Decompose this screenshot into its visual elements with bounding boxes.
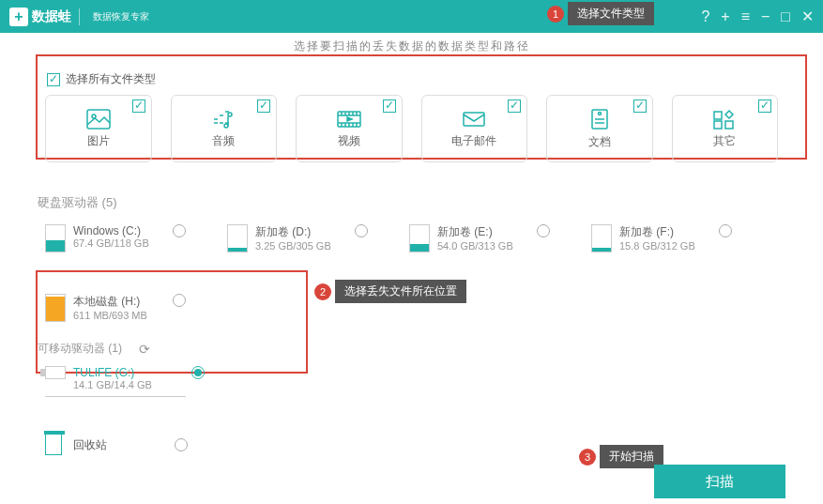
svg-point-7 xyxy=(598,112,601,115)
minimize-icon[interactable]: − xyxy=(761,8,770,25)
drive-h-radio[interactable] xyxy=(173,294,186,307)
trash-icon xyxy=(45,435,62,455)
type-email-label: 电子邮件 xyxy=(451,133,496,149)
hint-2-label: 选择丢失文件所在位置 xyxy=(335,280,466,303)
drive-f-cap: 15.8 GB/312 GB xyxy=(619,240,695,252)
type-document-checkbox[interactable] xyxy=(633,99,647,113)
divider xyxy=(45,396,186,397)
type-image[interactable]: 图片 xyxy=(45,95,152,162)
type-document-label: 文档 xyxy=(588,134,611,150)
other-icon xyxy=(712,109,737,130)
svg-rect-5 xyxy=(464,113,484,126)
help-icon[interactable]: ? xyxy=(701,8,709,25)
drive-h-cap: 611 MB/693 MB xyxy=(73,310,147,321)
drive-icon xyxy=(45,294,66,322)
drive-d-name: 新加卷 (D:) xyxy=(255,224,331,240)
type-email-checkbox[interactable] xyxy=(508,99,521,113)
titlebar-controls: ? + ≡ − □ ✕ xyxy=(701,8,814,25)
drive-c-radio[interactable] xyxy=(173,224,186,237)
divider xyxy=(79,8,80,25)
maximize-icon[interactable]: □ xyxy=(781,8,790,25)
removable-section-title: 可移动驱动器 (1) xyxy=(38,341,122,357)
svg-rect-10 xyxy=(725,121,733,129)
logo-icon: + xyxy=(9,8,28,26)
drive-icon xyxy=(591,224,612,252)
type-video-label: 视频 xyxy=(338,133,360,149)
drive-d[interactable]: 新加卷 (D:) 3.25 GB/305 GB xyxy=(227,224,368,252)
hint-badge: 1 xyxy=(547,6,564,23)
usb-icon xyxy=(45,366,66,379)
drive-h[interactable]: 本地磁盘 (H:) 611 MB/693 MB xyxy=(45,294,186,322)
removable-g[interactable]: TULIFE (G:) 14.1 GB/14.4 GB xyxy=(45,366,205,390)
app-logo: + 数据蛙 xyxy=(9,8,71,26)
removable-g-radio[interactable] xyxy=(191,366,205,379)
type-video[interactable]: 视频 xyxy=(296,95,403,162)
drive-c-cap: 67.4 GB/118 GB xyxy=(73,237,149,249)
svg-point-2 xyxy=(228,113,232,116)
app-name: 数据蛙 xyxy=(32,8,71,25)
drive-c[interactable]: Windows (C:) 67.4 GB/118 GB xyxy=(45,224,186,252)
type-image-checkbox[interactable] xyxy=(132,99,145,113)
drive-e-name: 新加卷 (E:) xyxy=(437,224,513,240)
drive-e-radio[interactable] xyxy=(537,224,550,237)
file-types-row: 图片 音频 视频 电子邮件 文档 xyxy=(38,95,785,162)
add-icon[interactable]: + xyxy=(721,8,729,25)
svg-rect-9 xyxy=(714,121,722,129)
drive-e-cap: 54.0 GB/313 GB xyxy=(437,240,513,252)
drive-f[interactable]: 新加卷 (F:) 15.8 GB/312 GB xyxy=(591,224,732,252)
drive-f-name: 新加卷 (F:) xyxy=(619,224,695,240)
scan-button[interactable]: 扫描 xyxy=(654,465,785,498)
page-instruction: 选择要扫描的丢失数据的数据类型和路径 xyxy=(294,38,530,54)
image-icon xyxy=(86,109,111,130)
drive-icon xyxy=(45,224,66,252)
drive-c-name: Windows (C:) xyxy=(73,224,149,237)
video-icon xyxy=(337,109,361,130)
removable-g-name: TULIFE (G:) xyxy=(73,366,152,379)
drive-d-cap: 3.25 GB/305 GB xyxy=(255,240,331,252)
removable-g-cap: 14.1 GB/14.4 GB xyxy=(73,379,152,390)
type-other-label: 其它 xyxy=(713,133,736,149)
hint-1: 1 选择文件类型 xyxy=(547,2,654,25)
hint-1-label: 选择文件类型 xyxy=(568,2,654,25)
drive-icon xyxy=(227,224,248,252)
type-email[interactable]: 电子邮件 xyxy=(421,95,528,162)
hint-2: 2 选择丢失文件所在位置 xyxy=(314,280,466,303)
svg-point-3 xyxy=(224,124,228,128)
drives-row: Windows (C:) 67.4 GB/118 GB 新加卷 (D:) 3.2… xyxy=(38,215,785,331)
audio-icon xyxy=(211,109,236,130)
select-all-checkbox[interactable] xyxy=(47,73,60,86)
drive-d-radio[interactable] xyxy=(355,224,368,237)
app-subtitle: 数据恢复专家 xyxy=(93,10,149,23)
document-icon xyxy=(588,108,611,130)
titlebar: + 数据蛙 数据恢复专家 ? + ≡ − □ ✕ xyxy=(0,0,823,33)
email-icon xyxy=(462,109,486,130)
menu-icon[interactable]: ≡ xyxy=(741,8,750,25)
select-all-label: 选择所有文件类型 xyxy=(66,71,156,87)
type-other-checkbox[interactable] xyxy=(758,99,771,113)
hint-badge: 2 xyxy=(314,283,331,300)
scan-button-label: 扫描 xyxy=(706,473,734,491)
recycle-bin-label: 回收站 xyxy=(73,437,107,453)
type-audio-checkbox[interactable] xyxy=(257,99,270,113)
recycle-radio[interactable] xyxy=(175,438,188,451)
type-other[interactable]: 其它 xyxy=(672,95,779,162)
drive-h-name: 本地磁盘 (H:) xyxy=(73,294,147,310)
close-icon[interactable]: ✕ xyxy=(801,8,814,25)
type-audio[interactable]: 音频 xyxy=(171,95,278,162)
drive-e[interactable]: 新加卷 (E:) 54.0 GB/313 GB xyxy=(409,224,550,252)
refresh-icon[interactable]: ⟳ xyxy=(139,342,150,357)
drive-icon xyxy=(409,224,430,252)
type-video-checkbox[interactable] xyxy=(383,99,396,113)
drive-f-radio[interactable] xyxy=(719,224,732,237)
type-document[interactable]: 文档 xyxy=(546,95,653,162)
hint-3: 3 开始扫描 xyxy=(579,445,663,468)
type-image-label: 图片 xyxy=(87,133,110,149)
drives-section-title: 硬盘驱动器 (5) xyxy=(38,191,785,215)
hint-badge: 3 xyxy=(579,449,596,466)
svg-rect-8 xyxy=(714,112,722,119)
type-audio-label: 音频 xyxy=(212,133,235,149)
